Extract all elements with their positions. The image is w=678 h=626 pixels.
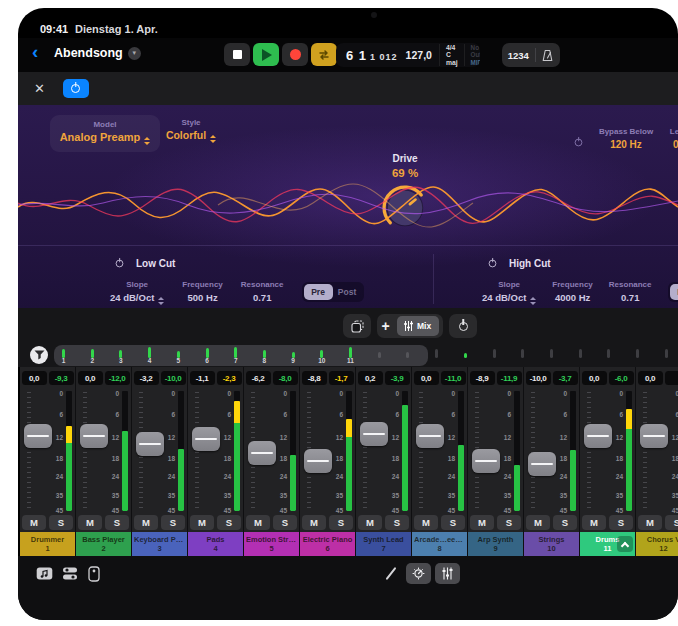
pre-button[interactable]: Pre — [670, 284, 678, 300]
solo-button[interactable]: S — [553, 515, 577, 530]
browser-icon[interactable] — [36, 566, 53, 585]
bypass-below-control[interactable]: Bypass Below 120 Hz — [596, 127, 656, 150]
post-button[interactable]: Post — [333, 284, 362, 300]
back-button[interactable]: ‹ — [32, 41, 38, 63]
fader-value[interactable]: -8,9 — [470, 371, 495, 385]
pencil-icon[interactable] — [386, 567, 397, 580]
fader-value[interactable]: 0,0 — [414, 371, 439, 385]
fader-value[interactable]: 0,0 — [78, 371, 103, 385]
count-in-button[interactable]: 1234 — [508, 50, 529, 61]
fader-handle[interactable] — [472, 449, 500, 473]
track-label[interactable]: Emotion Strings 5 — [244, 532, 299, 556]
mute-button[interactable]: M — [246, 515, 270, 530]
automation-button[interactable] — [406, 563, 431, 584]
duplicate-button[interactable] — [343, 314, 371, 338]
peak-value[interactable]: -9,3 — [49, 371, 74, 385]
track-label[interactable]: Pads 4 — [188, 532, 243, 556]
track-label[interactable]: Arp Synth 9 — [468, 532, 523, 556]
play-surfaces-icon[interactable] — [88, 566, 100, 586]
solo-button[interactable]: S — [329, 515, 353, 530]
solo-button[interactable]: S — [105, 515, 129, 530]
peak-value[interactable]: -8,0 — [273, 371, 298, 385]
fader-value[interactable]: 0,0 — [638, 371, 663, 385]
lcd-display[interactable]: 6 1 1 012 127,0 4/4 C maj No Out MIDI — [336, 43, 480, 67]
add-track-button[interactable]: + — [381, 318, 389, 334]
solo-button[interactable]: S — [273, 515, 297, 530]
frequency-control[interactable]: Frequency 500 Hz — [182, 280, 222, 303]
fader-handle[interactable] — [192, 427, 220, 451]
mixer-overview[interactable]: 1234567891011 — [18, 344, 678, 367]
style-selector[interactable]: Style Colorful — [146, 118, 236, 143]
mix-toggle-button[interactable]: Mix — [397, 316, 439, 336]
mute-button[interactable]: M — [134, 515, 158, 530]
fader-handle[interactable] — [640, 424, 668, 448]
mute-button[interactable]: M — [470, 515, 494, 530]
plugins-icon[interactable] — [62, 566, 78, 585]
track-expand-button[interactable] — [617, 536, 633, 552]
mute-button[interactable]: M — [78, 515, 102, 530]
mute-button[interactable]: M — [526, 515, 550, 530]
filter-funnel-icon[interactable] — [30, 346, 48, 364]
fader-handle[interactable] — [304, 449, 332, 473]
slope-control[interactable]: Slope 24 dB/Oct — [482, 280, 536, 305]
solo-button[interactable]: S — [217, 515, 241, 530]
solo-button[interactable]: S — [385, 515, 409, 530]
mute-button[interactable]: M — [414, 515, 438, 530]
peak-value[interactable]: -12,0 — [105, 371, 130, 385]
fader-handle[interactable] — [248, 441, 276, 465]
solo-button[interactable]: S — [161, 515, 185, 530]
metronome-icon[interactable] — [541, 49, 554, 62]
stop-button[interactable] — [224, 43, 250, 66]
fader-value[interactable]: -1,1 — [190, 371, 215, 385]
low-cut-power-icon[interactable] — [116, 260, 124, 268]
fader-value[interactable]: -10,0 — [526, 371, 551, 385]
fader-value[interactable]: -6,2 — [246, 371, 271, 385]
fader-handle[interactable] — [24, 424, 52, 448]
mute-button[interactable]: M — [190, 515, 214, 530]
peak-value[interactable]: -1,7 — [329, 371, 354, 385]
close-icon[interactable]: ✕ — [34, 81, 45, 96]
resonance-control[interactable]: Resonance 0.71 — [241, 280, 284, 303]
track-label[interactable]: Drummer 1 — [20, 532, 75, 556]
project-title-menu[interactable]: Abendsong ▾ — [54, 46, 141, 60]
track-label[interactable]: Keyboard Player 3 — [132, 532, 187, 556]
fader-handle[interactable] — [136, 432, 164, 456]
track-label[interactable]: Bass Player 2 — [76, 532, 131, 556]
fader-handle[interactable] — [360, 422, 388, 446]
level-control[interactable]: Level 0.0 — [658, 127, 678, 150]
bypass-power-icon[interactable] — [574, 133, 583, 151]
solo-button[interactable]: S — [497, 515, 521, 530]
mixer-view-button[interactable] — [435, 563, 460, 584]
mute-button[interactable]: M — [302, 515, 326, 530]
mute-button[interactable]: M — [582, 515, 606, 530]
peak-value[interactable]: -10,0 — [161, 371, 186, 385]
plugin-power-button[interactable] — [63, 79, 89, 98]
fader-handle[interactable] — [80, 424, 108, 448]
fader-value[interactable]: 0,0 — [582, 371, 607, 385]
mute-button[interactable]: M — [22, 515, 46, 530]
track-label[interactable]: Synth Lead 7 — [356, 532, 411, 556]
frequency-control[interactable]: Frequency 4000 Hz — [552, 280, 592, 303]
peak-value[interactable]: -2,3 — [217, 371, 242, 385]
peak-value[interactable]: -3,7 — [553, 371, 578, 385]
fader-value[interactable]: 0,0 — [22, 371, 47, 385]
peak-value[interactable]: -11,9 — [497, 371, 522, 385]
play-button[interactable] — [253, 43, 279, 66]
track-label[interactable]: Chorus V 12 — [636, 532, 678, 556]
fader-handle[interactable] — [416, 424, 444, 448]
track-label[interactable]: Arcade…eet Pad 8 — [412, 532, 467, 556]
track-label[interactable]: Drums 11 — [580, 532, 635, 556]
count-in-group[interactable]: 1234 — [502, 43, 560, 67]
mute-button[interactable]: M — [638, 515, 662, 530]
fader-handle[interactable] — [528, 452, 556, 476]
peak-value[interactable] — [665, 371, 678, 385]
solo-button[interactable]: S — [49, 515, 73, 530]
peak-value[interactable]: -6,0 — [609, 371, 634, 385]
solo-button[interactable]: S — [609, 515, 633, 530]
track-label[interactable]: Electric Piano 6 — [300, 532, 355, 556]
fader-value[interactable]: -3,2 — [134, 371, 159, 385]
mixer-power-button[interactable] — [449, 314, 477, 338]
peak-value[interactable]: -3,9 — [385, 371, 410, 385]
resonance-control[interactable]: Resonance 0.71 — [609, 280, 652, 303]
cycle-button[interactable] — [311, 43, 337, 66]
